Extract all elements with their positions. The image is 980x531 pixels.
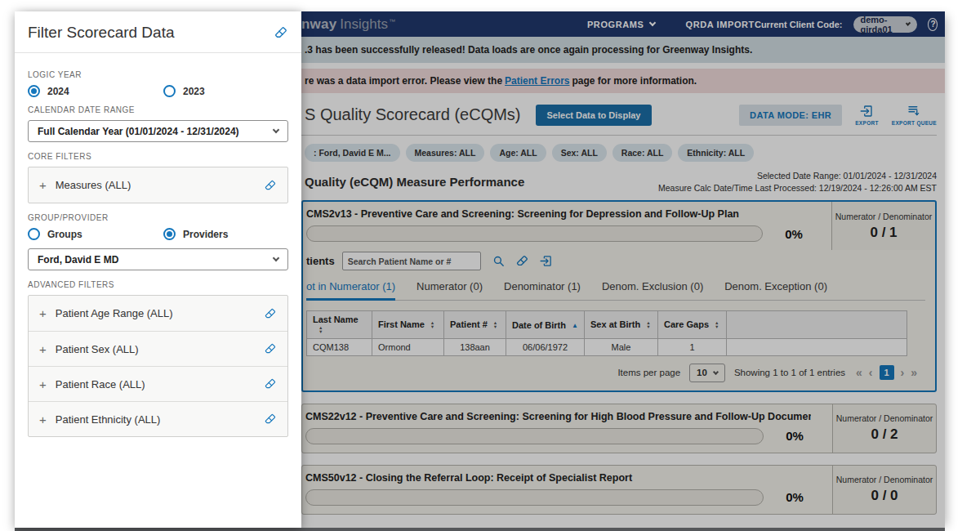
radio-groups[interactable]: Groups	[28, 228, 163, 240]
patient-ethnicity-accordion[interactable]: Patient Ethnicity (ALL)	[29, 401, 287, 436]
clear-ethnicity-eraser-icon[interactable]	[264, 413, 277, 426]
advanced-filters-label: ADVANCED FILTERS	[28, 280, 288, 289]
clear-measures-eraser-icon[interactable]	[264, 179, 277, 192]
accordion-label: Measures (ALL)	[56, 179, 131, 191]
core-filters-label: CORE FILTERS	[28, 152, 288, 161]
radio-label: Providers	[183, 229, 228, 240]
expand-plus-icon	[39, 377, 47, 391]
provider-select[interactable]: Ford, David E MD	[28, 248, 288, 270]
patient-sex-accordion[interactable]: Patient Sex (ALL)	[29, 331, 287, 366]
expand-plus-icon	[39, 306, 47, 320]
filter-drawer: Filter Scorecard Data LOGIC YEAR 2024 20…	[15, 11, 301, 528]
radio-label: Groups	[47, 229, 82, 240]
logic-year-options: 2024 2023	[28, 85, 288, 97]
calendar-date-range-value: Full Calendar Year (01/01/2024 - 12/31/2…	[38, 126, 239, 137]
clear-age-eraser-icon[interactable]	[264, 307, 277, 320]
radio-2024[interactable]: 2024	[28, 85, 163, 97]
chevron-down-icon	[273, 126, 279, 132]
provider-value: Ford, David E MD	[38, 254, 118, 266]
clear-race-eraser-icon[interactable]	[264, 377, 277, 390]
accordion-label: Patient Age Range (ALL)	[56, 307, 173, 319]
radio-2023[interactable]: 2023	[163, 85, 205, 97]
radio-label: 2024	[47, 86, 69, 97]
calendar-date-range-label: CALENDAR DATE RANGE	[28, 105, 288, 114]
logic-year-label: LOGIC YEAR	[28, 70, 288, 79]
radio-unselected-icon	[28, 228, 40, 240]
radio-providers[interactable]: Providers	[163, 228, 228, 240]
radio-label: 2023	[183, 86, 205, 97]
group-provider-options: Groups Providers	[28, 228, 288, 240]
accordion-label: Patient Race (ALL)	[56, 378, 145, 390]
expand-plus-icon	[39, 413, 47, 426]
radio-selected-icon	[163, 228, 176, 240]
clear-sex-eraser-icon[interactable]	[264, 342, 277, 355]
radio-selected-icon	[28, 85, 40, 97]
calendar-date-range-select[interactable]: Full Calendar Year (01/01/2024 - 12/31/2…	[28, 120, 288, 142]
accordion-label: Patient Sex (ALL)	[56, 343, 139, 355]
expand-plus-icon	[39, 342, 47, 356]
radio-unselected-icon	[163, 85, 176, 97]
accordion-label: Patient Ethnicity (ALL)	[56, 413, 161, 426]
expand-plus-icon	[39, 178, 47, 192]
group-provider-label: GROUP/PROVIDER	[28, 213, 288, 222]
patient-race-accordion[interactable]: Patient Race (ALL)	[29, 366, 287, 401]
clear-all-filters-eraser-icon[interactable]	[274, 25, 288, 40]
patient-age-range-accordion[interactable]: Patient Age Range (ALL)	[29, 296, 287, 331]
modal-backdrop[interactable]	[301, 11, 945, 528]
drawer-title: Filter Scorecard Data	[28, 24, 175, 42]
measures-accordion[interactable]: Measures (ALL)	[29, 167, 287, 203]
chevron-down-icon	[273, 254, 279, 261]
